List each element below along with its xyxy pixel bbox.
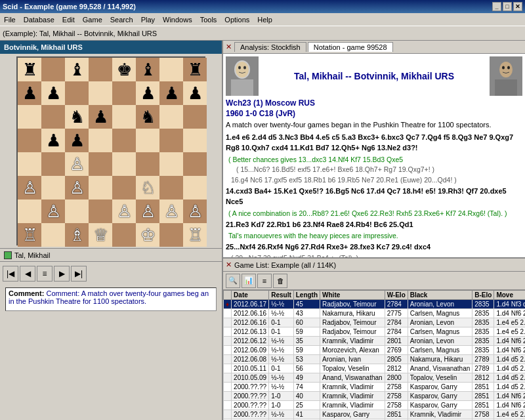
menu-game[interactable]: Game xyxy=(79,14,106,25)
square[interactable] xyxy=(112,81,136,105)
table-row[interactable]: 2000.??.??1-025Kramnik, Vladimir2758Kasp… xyxy=(224,401,526,410)
square[interactable] xyxy=(65,81,89,105)
table-row[interactable]: ♦2012.06.17½-½45Radjabov, Teimour2784Aro… xyxy=(224,300,526,309)
table-row[interactable]: 2000.??.??½-½41Kasparov, Garry2851Kramni… xyxy=(224,410,526,419)
square[interactable]: ♙ xyxy=(41,200,65,223)
square[interactable] xyxy=(41,152,65,176)
square[interactable]: ♔ xyxy=(136,223,159,247)
square[interactable] xyxy=(159,223,183,247)
square[interactable] xyxy=(112,176,136,200)
square[interactable] xyxy=(89,200,112,223)
square[interactable] xyxy=(89,58,112,81)
square[interactable]: ♙ xyxy=(65,176,89,200)
square[interactable] xyxy=(41,105,65,129)
menu-database[interactable]: Database xyxy=(20,14,58,25)
toolbar-stats-btn[interactable]: 📊 xyxy=(242,274,256,288)
table-row[interactable]: 2000.??.??½-½74Kramnik, Vladimir2758Kasp… xyxy=(224,383,526,392)
square[interactable] xyxy=(112,152,136,176)
square[interactable] xyxy=(183,105,207,129)
square[interactable] xyxy=(41,58,65,81)
tab-analysis[interactable]: Analysis: Stockfish xyxy=(234,42,306,52)
square[interactable] xyxy=(89,176,112,200)
square[interactable]: ♖ xyxy=(18,223,41,247)
square[interactable]: ♜ xyxy=(18,58,41,81)
menu-options[interactable]: Options xyxy=(220,14,253,25)
square[interactable] xyxy=(136,152,159,176)
square[interactable]: ♟ xyxy=(41,129,65,152)
square[interactable] xyxy=(136,129,159,152)
panel-close-icon[interactable]: ✕ xyxy=(226,43,232,51)
maximize-button[interactable]: □ xyxy=(503,2,512,11)
square[interactable] xyxy=(159,152,183,176)
square[interactable]: ♚ xyxy=(112,58,136,81)
square[interactable] xyxy=(18,105,41,129)
square[interactable] xyxy=(41,223,65,247)
nav-next-button[interactable]: ▶ xyxy=(54,266,70,282)
table-row[interactable]: 2012.06.130-159Radjabov, Teimour2784Carl… xyxy=(224,327,526,337)
toolbar-filter-btn[interactable]: 🔍 xyxy=(226,274,240,288)
square[interactable]: ♙ xyxy=(18,176,41,200)
table-row[interactable]: 2012.06.09½-½59Morozevich, Alexan2769Car… xyxy=(224,346,526,355)
table-row[interactable]: 2000.??.??1-040Kramnik, Vladimir2758Kasp… xyxy=(224,392,526,401)
nav-last-button[interactable]: ▶| xyxy=(71,266,87,282)
square[interactable] xyxy=(112,129,136,152)
square[interactable]: ♞ xyxy=(65,105,89,129)
table-row[interactable]: 2010.05.110-156Topalov, Veselin2812Anand… xyxy=(224,364,526,373)
table-row[interactable]: 2010.05.09½-½49Anand, Viswanathan2800Top… xyxy=(224,373,526,383)
tab-notation[interactable]: Notation - game 99528 xyxy=(308,42,393,52)
menu-search[interactable]: Search xyxy=(106,14,137,25)
nav-first-button[interactable]: |◀ xyxy=(3,266,18,282)
square[interactable]: ♙ xyxy=(136,200,159,223)
table-row[interactable]: 2012.06.08½-½53Aronian, Ivan2805Nakamura… xyxy=(224,355,526,364)
table-row[interactable]: 2012.06.16½-½43Nakamura, Hikaru2775Carls… xyxy=(224,309,526,318)
square[interactable] xyxy=(159,105,183,129)
square[interactable]: ♕ xyxy=(89,223,112,247)
square[interactable]: ♟ xyxy=(89,105,112,129)
table-row[interactable]: 2012.06.12½-½35Kramnik, Vladimir2801Aron… xyxy=(224,337,526,346)
square[interactable]: ♙ xyxy=(112,200,136,223)
square[interactable] xyxy=(89,81,112,105)
menu-file[interactable]: File xyxy=(0,14,20,25)
gamelist-close-icon[interactable]: ✕ xyxy=(226,261,232,269)
minimize-button[interactable]: _ xyxy=(492,2,501,11)
square[interactable]: ♟ xyxy=(159,81,183,105)
square[interactable]: ♗ xyxy=(65,223,89,247)
square[interactable] xyxy=(183,152,207,176)
square[interactable]: ♟ xyxy=(136,81,159,105)
close-button[interactable]: ✕ xyxy=(513,2,522,11)
square[interactable]: ♞ xyxy=(136,105,159,129)
square[interactable]: ♟ xyxy=(41,81,65,105)
square[interactable] xyxy=(159,58,183,81)
nav-prev-button[interactable]: ◀ xyxy=(20,266,35,282)
toolbar-delete-btn[interactable]: 🗑 xyxy=(273,274,287,288)
table-row[interactable]: 2012.06.160-160Radjabov, Teimour2784Aron… xyxy=(224,318,526,327)
square[interactable] xyxy=(112,105,136,129)
square[interactable]: ♝ xyxy=(65,58,89,81)
menu-help[interactable]: Help xyxy=(253,14,276,25)
square[interactable]: ♟ xyxy=(18,81,41,105)
square[interactable] xyxy=(18,129,41,152)
square[interactable]: ♙ xyxy=(183,200,207,223)
square[interactable] xyxy=(89,152,112,176)
nav-list-button[interactable]: ≡ xyxy=(37,266,52,282)
square[interactable] xyxy=(89,129,112,152)
toolbar-sort-btn[interactable]: ≡ xyxy=(257,274,272,288)
square[interactable] xyxy=(18,152,41,176)
square[interactable]: ♙ xyxy=(65,152,89,176)
square[interactable] xyxy=(41,176,65,200)
square[interactable] xyxy=(65,200,89,223)
square[interactable]: ♝ xyxy=(136,58,159,81)
square[interactable]: ♙ xyxy=(159,200,183,223)
square[interactable] xyxy=(183,129,207,152)
menu-play[interactable]: Play xyxy=(137,14,159,25)
square[interactable] xyxy=(159,129,183,152)
menu-tools[interactable]: Tools xyxy=(196,14,221,25)
menu-windows[interactable]: Windows xyxy=(159,14,196,25)
square[interactable] xyxy=(112,223,136,247)
square[interactable] xyxy=(183,176,207,200)
menu-edit[interactable]: Edit xyxy=(58,14,79,25)
square[interactable] xyxy=(18,200,41,223)
square[interactable]: ♖ xyxy=(183,223,207,247)
square[interactable]: ♘ xyxy=(136,176,159,200)
square[interactable]: ♟ xyxy=(183,81,207,105)
